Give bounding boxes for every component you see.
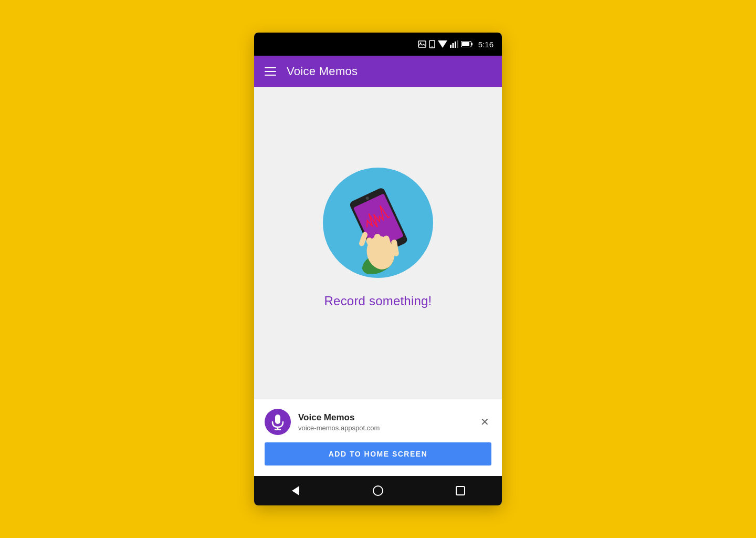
svg-rect-11 (462, 42, 469, 46)
hamburger-line-3 (265, 75, 276, 76)
svg-rect-10 (471, 43, 472, 46)
status-bar: 5:16 (254, 33, 502, 56)
main-content: Record something! (254, 87, 502, 399)
svg-rect-0 (418, 41, 426, 47)
phone-frame: 5:16 Voice Memos (254, 33, 502, 505)
add-to-home-screen-button[interactable]: ADD TO HOME SCREEN (265, 442, 491, 465)
signal-icon (450, 40, 458, 48)
banner-header: Voice Memos voice-memos.appspot.com ✕ (265, 409, 491, 435)
svg-rect-6 (452, 43, 454, 48)
illustration-circle (323, 168, 433, 278)
banner-url: voice-memos.appspot.com (298, 424, 478, 432)
back-button[interactable] (290, 485, 301, 496)
home-icon (372, 485, 384, 496)
app-title: Voice Memos (287, 65, 358, 78)
app-bar: Voice Memos (254, 56, 502, 87)
banner-close-button[interactable]: ✕ (478, 415, 491, 429)
wifi-icon (438, 40, 447, 48)
svg-rect-27 (456, 487, 465, 495)
image-icon (418, 40, 426, 48)
tablet-icon (429, 40, 435, 48)
status-time: 5:16 (478, 40, 494, 49)
banner-app-icon (265, 409, 291, 435)
hamburger-line-1 (265, 67, 276, 68)
banner-text: Voice Memos voice-memos.appspot.com (298, 412, 478, 432)
banner-app-name: Voice Memos (298, 412, 478, 423)
add-to-home-banner: Voice Memos voice-memos.appspot.com ✕ AD… (254, 399, 502, 476)
svg-marker-4 (438, 40, 447, 48)
voice-memo-illustration (328, 171, 428, 274)
svg-rect-8 (457, 40, 458, 48)
battery-icon (461, 41, 472, 47)
back-icon (290, 485, 301, 496)
hamburger-line-2 (265, 71, 276, 72)
svg-rect-5 (450, 45, 452, 48)
hamburger-menu-button[interactable] (265, 67, 276, 76)
status-icons: 5:16 (418, 40, 494, 49)
svg-marker-25 (292, 486, 299, 495)
record-label: Record something! (324, 294, 432, 308)
svg-point-26 (373, 486, 383, 495)
android-nav-bar (254, 476, 502, 505)
svg-rect-3 (431, 47, 433, 48)
microphone-icon (270, 413, 285, 430)
recents-icon (455, 485, 466, 496)
svg-rect-22 (275, 415, 280, 424)
home-button[interactable] (372, 485, 384, 496)
recents-button[interactable] (455, 485, 466, 496)
svg-rect-7 (455, 42, 456, 48)
